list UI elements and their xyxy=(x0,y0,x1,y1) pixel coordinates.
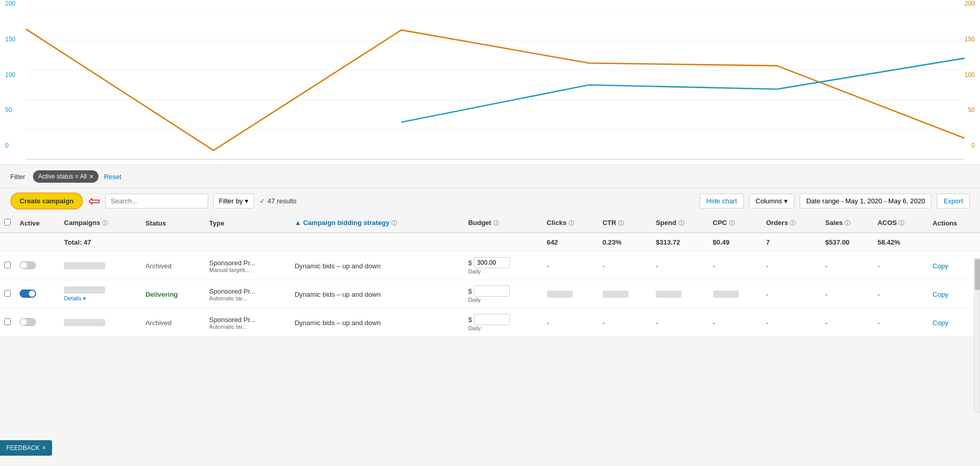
toggle-off[interactable] xyxy=(20,261,36,269)
budget-cell: $ xyxy=(468,257,538,268)
row-checkbox[interactable] xyxy=(4,318,11,325)
budget-info-icon[interactable]: ⓘ xyxy=(493,220,499,226)
spend: - xyxy=(652,252,708,280)
row-checkbox[interactable] xyxy=(4,262,11,268)
toggle-on[interactable] xyxy=(20,290,36,298)
cpc: - xyxy=(709,309,762,337)
total-row: Total: 47 642 0.23% $313.72 $0.49 7 $537… xyxy=(0,233,980,252)
type-sub: Automatic tar... xyxy=(209,324,287,330)
check-icon: ✓ xyxy=(259,197,265,205)
orders: - xyxy=(762,252,821,280)
columns-label: Columns xyxy=(756,197,782,205)
red-arrow-annotation: ⇦ xyxy=(88,192,100,210)
type-sub: Automatic tar... xyxy=(209,295,287,301)
total-cpc: $0.49 xyxy=(709,233,762,252)
cpc: - xyxy=(709,252,762,280)
reset-link[interactable]: Reset xyxy=(104,173,121,181)
budget-input[interactable] xyxy=(474,285,510,297)
sales-info-icon[interactable]: ⓘ xyxy=(844,220,850,226)
filter-toolbar: Filter Active status = All × Reset xyxy=(0,165,980,188)
y-axis-right: 200 150 100 50 0 xyxy=(965,0,975,149)
header-actions: Actions xyxy=(928,214,980,233)
header-spend: Spend ⓘ xyxy=(652,214,708,233)
action-row: Create campaign ⇦ Filter by ▾ ✓ 47 resul… xyxy=(0,188,980,214)
badge-close-icon[interactable]: × xyxy=(89,172,93,181)
select-all-checkbox[interactable] xyxy=(4,219,11,226)
sales: - xyxy=(821,280,873,309)
spend-info-icon[interactable]: ⓘ xyxy=(678,220,684,226)
create-campaign-button[interactable]: Create campaign xyxy=(10,192,83,210)
header-active: Active xyxy=(15,214,60,233)
header-ctr: CTR ⓘ xyxy=(599,214,652,233)
type-main: Sponsored Pr... xyxy=(209,287,287,295)
orders-info-icon[interactable]: ⓘ xyxy=(790,220,795,226)
copy-link[interactable]: Copy xyxy=(933,262,948,270)
orders: - xyxy=(762,309,821,337)
date-range-button[interactable]: Date range - May 1, 2020 - May 6, 2020 xyxy=(800,194,932,208)
acos: - xyxy=(873,252,928,280)
table-header-row: Active Campaigns ⓘ Status Type ▲ Campaig… xyxy=(0,214,980,233)
line-chart: 5/1/2020 5/2/2020 5/3/2020 5/4/2020 5/5/… xyxy=(26,10,965,159)
badge-text: Active status = All xyxy=(38,173,87,180)
row-checkbox[interactable] xyxy=(4,290,11,297)
spend xyxy=(652,280,708,309)
budget-input[interactable] xyxy=(474,257,510,268)
cpc xyxy=(709,280,762,309)
header-campaigns: Campaigns ⓘ xyxy=(60,214,141,233)
hide-chart-button[interactable]: Hide chart xyxy=(700,194,743,208)
header-acos: ACOS ⓘ xyxy=(873,214,928,233)
total-ctr: 0.23% xyxy=(599,233,652,252)
budget-period: Daily xyxy=(468,268,538,275)
header-checkbox[interactable] xyxy=(0,214,15,233)
total-spend: $313.72 xyxy=(652,233,708,252)
clicks-info-icon[interactable]: ⓘ xyxy=(569,220,574,226)
acos-info-icon[interactable]: ⓘ xyxy=(899,220,904,226)
clicks: - xyxy=(543,309,599,337)
ctr-info-icon[interactable]: ⓘ xyxy=(618,220,624,226)
campaigns-table-container: Active Campaigns ⓘ Status Type ▲ Campaig… xyxy=(0,214,980,337)
active-status-badge[interactable]: Active status = All × xyxy=(33,170,99,183)
campaigns-info-icon[interactable]: ⓘ xyxy=(102,220,108,226)
details-link[interactable]: Details ▾ xyxy=(64,295,86,301)
header-status: Status xyxy=(141,214,205,233)
copy-link[interactable]: Copy xyxy=(933,291,948,298)
budget-period: Daily xyxy=(468,297,538,303)
total-sales: $537.00 xyxy=(821,233,873,252)
total-label: Total: 47 xyxy=(60,233,141,252)
y-axis-left: 200 150 100 50 0 xyxy=(5,0,15,149)
budget-period: Daily xyxy=(468,325,538,331)
copy-link[interactable]: Copy xyxy=(933,319,948,327)
ctr: - xyxy=(599,252,652,280)
ctr xyxy=(599,280,652,309)
header-bidding[interactable]: ▲ Campaign bidding strategy ⓘ xyxy=(290,214,464,233)
cpc-info-icon[interactable]: ⓘ xyxy=(729,220,735,226)
budget-cell: $ xyxy=(468,314,538,325)
status-archived: Archived xyxy=(141,309,205,337)
filter-label: Filter xyxy=(10,173,25,181)
bidding-info-icon[interactable]: ⓘ xyxy=(391,220,397,226)
bidding-strategy: Dynamic bids – up and down xyxy=(290,309,464,337)
scrollbar-track[interactable] xyxy=(974,258,980,337)
campaign-name-blurred xyxy=(64,286,105,294)
total-clicks: 642 xyxy=(543,233,599,252)
status-delivering: Delivering xyxy=(141,280,205,309)
columns-button[interactable]: Columns ▾ xyxy=(749,194,794,208)
campaign-name-blurred xyxy=(64,319,105,326)
orders: - xyxy=(762,280,821,309)
type-sub: Manual targeti... xyxy=(209,267,287,273)
spend: - xyxy=(652,309,708,337)
toggle-off[interactable] xyxy=(20,318,36,326)
search-input[interactable] xyxy=(105,194,208,208)
header-clicks: Clicks ⓘ xyxy=(543,214,599,233)
sales: - xyxy=(821,252,873,280)
export-button[interactable]: Export xyxy=(937,194,970,208)
header-sales: Sales ⓘ xyxy=(821,214,873,233)
clicks xyxy=(543,280,599,309)
sales: - xyxy=(821,309,873,337)
budget-input[interactable] xyxy=(474,314,510,325)
campaigns-table: Active Campaigns ⓘ Status Type ▲ Campaig… xyxy=(0,214,980,337)
scrollbar-thumb[interactable] xyxy=(975,259,980,290)
total-acos: 58.42% xyxy=(873,233,928,252)
filter-by-button[interactable]: Filter by ▾ xyxy=(213,194,254,208)
header-budget: Budget ⓘ xyxy=(464,214,542,233)
